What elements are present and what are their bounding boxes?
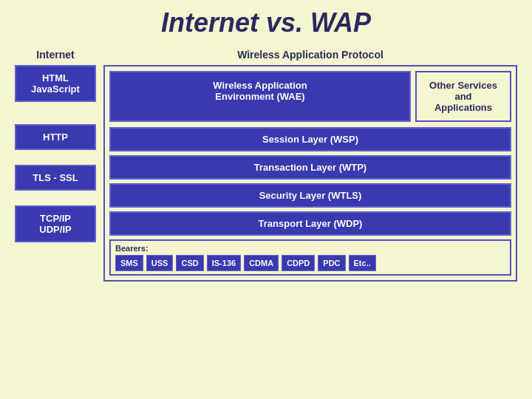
transport-layer-box: Transport Layer (WDP) xyxy=(109,211,511,236)
bearer-uss: USS xyxy=(146,255,174,271)
bearer-csd: CSD xyxy=(176,255,203,271)
bearer-cdma: CDMA xyxy=(244,255,279,271)
other-services-box: Other Services andApplications xyxy=(415,71,511,122)
wap-header: Wireless Application Protocol xyxy=(103,49,517,61)
bearer-sms: SMS xyxy=(115,255,143,271)
bearers-row: SMS USS CSD IS-136 CDMA CDPD PDC Etc.. xyxy=(115,255,505,271)
top-row: Wireless ApplicationEnvironment (WAE) Ot… xyxy=(109,71,511,122)
tcp-ip-box: TCP/IPUDP/IP xyxy=(15,205,96,242)
diagram-container: Internet HTMLJavaScript HTTP TLS - SSL T… xyxy=(15,49,517,282)
transaction-layer-box: Transaction Layer (WTP) xyxy=(109,155,511,180)
bearer-is136: IS-136 xyxy=(207,255,241,271)
bearer-pdc: PDC xyxy=(318,255,345,271)
internet-column: Internet HTMLJavaScript HTTP TLS - SSL T… xyxy=(15,49,96,282)
bearers-section: Bearers: SMS USS CSD IS-136 CDMA CDPD PD… xyxy=(109,239,511,276)
wap-column: Wireless Application Protocol Wireless A… xyxy=(103,49,517,282)
page: Internet vs. WAP Internet HTMLJavaScript… xyxy=(0,0,532,399)
security-layer-box: Security Layer (WTLS) xyxy=(109,183,511,208)
tls-ssl-box: TLS - SSL xyxy=(15,165,96,191)
bearer-cdpd: CDPD xyxy=(282,255,315,271)
bearer-etc: Etc.. xyxy=(349,255,376,271)
main-title: Internet vs. WAP xyxy=(15,7,517,38)
internet-boxes: HTMLJavaScript HTTP TLS - SSL TCP/IPUDP/… xyxy=(15,65,96,242)
wap-inner: Wireless ApplicationEnvironment (WAE) Ot… xyxy=(103,65,517,282)
html-js-box: HTMLJavaScript xyxy=(15,65,96,102)
internet-label: Internet xyxy=(36,49,74,61)
http-box: HTTP xyxy=(15,124,96,150)
bearers-label: Bearers: xyxy=(115,244,505,253)
session-layer-box: Session Layer (WSP) xyxy=(109,127,511,151)
wae-box: Wireless ApplicationEnvironment (WAE) xyxy=(109,71,411,122)
